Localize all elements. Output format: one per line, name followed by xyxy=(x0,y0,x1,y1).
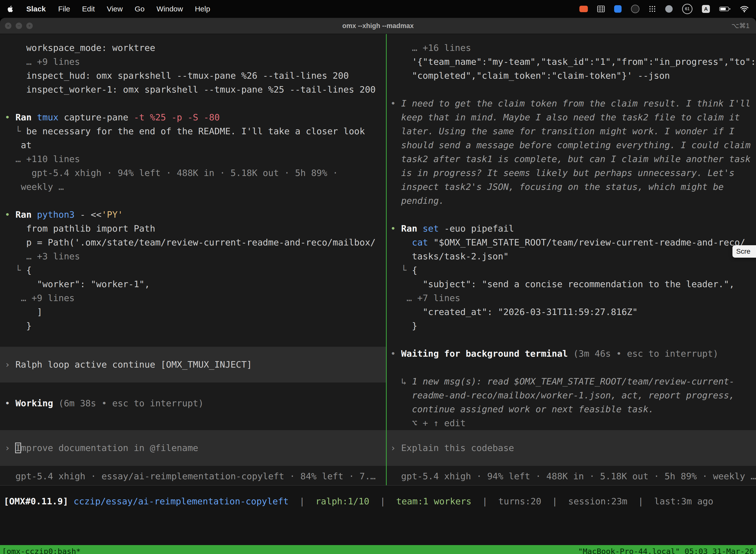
right-pane-input-area: › Explain this codebase gpt-5.4 xhigh · … xyxy=(387,430,756,485)
terminal-line: └ { xyxy=(5,263,386,277)
text-segment: … +3 lines xyxy=(5,251,80,261)
terminal-line: workspace_mode: worktree xyxy=(5,41,386,55)
terminal-line: inspect_hud: omx sparkshell --tmux-pane … xyxy=(5,69,386,82)
text-segment: mprove documentation in @filename xyxy=(21,443,198,453)
text-segment: • xyxy=(5,398,15,408)
text-segment: Working xyxy=(15,398,58,408)
right-pane-scrollback: … +16 lines '{"team_name":"my-team","tas… xyxy=(390,41,756,430)
text-segment: | xyxy=(541,496,568,506)
text-segment: pending. xyxy=(390,196,444,206)
terminal-line: is in progress? It seems likely but perh… xyxy=(390,166,756,180)
text-segment: inspect task2's JSON, focusing on the st… xyxy=(390,182,724,192)
terminal-line: "created_at": "2026-03-31T11:59:27.816Z" xyxy=(390,305,756,319)
terminal-line: weekly … xyxy=(5,180,386,194)
text-segment: cczip/essay/ai-reimplementation-copyleft xyxy=(74,496,289,506)
text-segment: readme-and-reco/mailbox/worker-1.json, a… xyxy=(390,390,735,400)
prompt-row[interactable]: › Explain this codebase xyxy=(387,430,756,466)
text-segment: (6m 38s • esc to interrupt) xyxy=(59,398,204,408)
traffic-lights: × − + xyxy=(0,22,33,29)
text-segment: I need to get the claim token from the c… xyxy=(401,98,751,108)
terminal-line: continue assigned work or next feasible … xyxy=(390,402,756,416)
text-segment: tmux xyxy=(37,112,64,122)
screen-recording-icon[interactable] xyxy=(579,6,588,12)
close-button[interactable]: × xyxy=(5,22,11,29)
text-segment: • xyxy=(390,98,401,108)
menu-go[interactable]: Go xyxy=(135,5,145,13)
left-pane-input-area: › Improve documentation in @filename gpt… xyxy=(0,430,386,485)
terminal-line xyxy=(390,333,756,347)
terminal-line: gpt-5.4 xhigh · essay/ai-reimplementatio… xyxy=(5,469,386,483)
active-app-name[interactable]: Slack xyxy=(26,5,46,13)
blue-app-icon[interactable] xyxy=(614,5,622,13)
left-terminal-pane[interactable]: workspace_mode: worktree … +9 lines insp… xyxy=(0,34,386,485)
menu-view[interactable]: View xyxy=(107,5,123,13)
text-segment: › xyxy=(5,443,15,453)
prompt-row[interactable]: › Improve documentation in @filename xyxy=(0,430,386,466)
menu-bar-status: 61 A xyxy=(579,4,749,14)
menu-help[interactable]: Help xyxy=(195,5,210,13)
text-segment: › xyxy=(5,359,15,370)
terminal-line xyxy=(390,208,756,222)
text-segment: } xyxy=(5,321,32,331)
menu-window[interactable]: Window xyxy=(156,5,183,13)
text-segment: … +9 lines xyxy=(5,57,80,67)
text-segment: team:1 workers xyxy=(396,496,471,506)
dark-app-icon[interactable] xyxy=(631,5,639,13)
text-segment: { xyxy=(412,265,418,275)
wifi-icon[interactable] xyxy=(740,6,749,12)
terminal-line: • Waiting for background terminal (3m 46… xyxy=(390,347,756,361)
terminal-line: inspect_worker-1: omx sparkshell --tmux-… xyxy=(5,82,386,97)
input-source-icon[interactable]: A xyxy=(702,5,710,13)
window-title: omx --xhigh --madmax xyxy=(342,22,414,30)
terminal-line xyxy=(5,194,386,208)
spreadsheet-icon[interactable] xyxy=(597,6,605,12)
menu-edit[interactable]: Edit xyxy=(82,5,95,13)
text-segment: -euo pipefail xyxy=(444,223,514,233)
text-segment: I xyxy=(15,443,21,453)
menu-bar: Slack FileEditViewGoWindowHelp 61 A xyxy=(0,0,756,18)
text-segment: | xyxy=(369,496,396,506)
text-segment: '{"team_name":"my-team","task_id":"1","f… xyxy=(390,57,756,67)
text-segment: • xyxy=(5,112,15,122)
terminal-line: task2 after task1 is complete, but can I… xyxy=(390,152,756,166)
tmux-status-bar: [omx-cczip0:bash* "MacBook-Pro-44.local"… xyxy=(0,545,756,554)
text-segment: last:3m ago xyxy=(654,496,713,506)
text-segment: ralph:1/10 xyxy=(315,496,369,506)
terminal-line xyxy=(390,82,756,97)
text-segment: { xyxy=(26,265,32,275)
tmux-host-clock: "MacBook-Pro-44.local" 05:03 31-Mar-26 xyxy=(578,547,754,554)
battery-percent-icon[interactable]: 61 xyxy=(682,4,693,14)
text-segment: turns:20 xyxy=(498,496,541,506)
text-segment: capture-pane xyxy=(64,112,134,122)
text-segment: • xyxy=(5,210,15,220)
zoom-button[interactable]: + xyxy=(26,22,33,29)
screen: Slack FileEditViewGoWindowHelp 61 A xyxy=(0,0,756,554)
terminal-line: from pathlib import Path xyxy=(5,222,386,235)
text-segment: gpt-5.4 xhigh · essay/ai-reimplementatio… xyxy=(5,471,376,481)
menu-file[interactable]: File xyxy=(58,5,70,13)
text-segment: python3 xyxy=(37,210,80,220)
prompt-row[interactable]: › Ralph loop active continue [OMX_TMUX_I… xyxy=(0,347,386,383)
text-segment: | xyxy=(289,496,315,506)
apple-menu-icon[interactable] xyxy=(7,5,14,13)
text-segment: gpt-5.4 xhigh · 94% left · 488K in · 5.1… xyxy=(390,471,756,481)
omx-status-line: [OMX#0.11.9] cczip/essay/ai-reimplementa… xyxy=(0,486,756,545)
text-segment xyxy=(390,237,412,247)
tmux-session-label[interactable]: [omx-cczip0:bash* xyxy=(2,547,81,554)
text-segment: Ran xyxy=(15,210,37,220)
menu-items: FileEditViewGoWindowHelp xyxy=(58,5,210,13)
terminal-line: … +110 lines xyxy=(5,152,386,166)
dots-grid-icon[interactable] xyxy=(649,5,656,12)
assistant-icon[interactable] xyxy=(665,5,673,13)
text-segment: is in progress? It seems likely but perh… xyxy=(390,168,735,178)
text-segment: workspace_mode: worktree xyxy=(5,43,155,53)
minimize-button[interactable]: − xyxy=(16,22,22,29)
terminal-line: should send a message before completing … xyxy=(390,138,756,152)
terminal-line: • Working (6m 38s • esc to interrupt) xyxy=(5,396,386,410)
notification-popup[interactable]: Scre xyxy=(733,245,756,258)
right-terminal-pane[interactable]: … +16 lines '{"team_name":"my-team","tas… xyxy=(387,34,756,485)
terminal-line: ⌥ + ↑ edit xyxy=(390,416,756,430)
terminal-line xyxy=(5,383,386,396)
battery-icon[interactable] xyxy=(719,6,731,12)
terminal-line: inspect task2's JSON, focusing on the st… xyxy=(390,180,756,194)
